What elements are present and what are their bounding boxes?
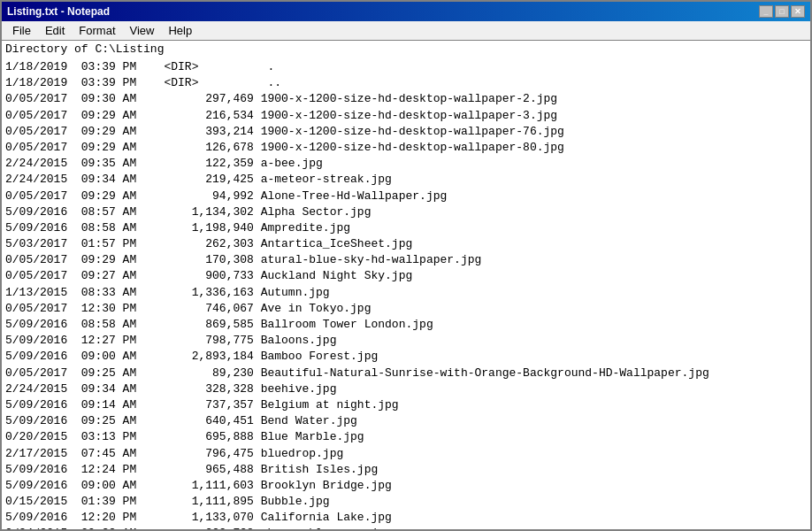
file-row: 1/13/2015 08:33 AM 1,336,163 Autumn.jpg (5, 285, 807, 301)
menu-help[interactable]: Help (161, 22, 199, 39)
file-row: 0/05/2017 12:30 PM 746,067 Ave in Tokyo.… (5, 301, 807, 317)
file-row: 5/09/2016 08:57 AM 1,134,302 Alpha Secto… (5, 204, 807, 220)
file-row: 0/05/2017 09:30 AM 297,469 1900-x-1200-s… (5, 91, 807, 107)
window-title: Listing.txt - Notepad (7, 5, 110, 18)
file-row: 2/17/2015 07:45 AM 796,475 bluedrop.jpg (5, 446, 807, 462)
minimize-button[interactable]: _ (759, 5, 773, 18)
file-row: 5/03/2017 01:57 PM 262,303 Antartica_Ice… (5, 236, 807, 252)
file-row: 1/18/2019 03:39 PM <DIR> . (5, 59, 807, 75)
file-row: 0/05/2017 09:27 AM 900,733 Auckland Nigh… (5, 268, 807, 284)
file-row: 0/15/2015 01:39 PM 1,111,895 Bubble.jpg (5, 494, 807, 510)
file-row: 0/05/2017 09:25 AM 89,230 Beautiful-Natu… (5, 366, 807, 381)
close-button[interactable]: ✕ (791, 5, 805, 18)
menu-edit[interactable]: Edit (38, 22, 72, 39)
menu-bar: File Edit Format View Help (2, 21, 810, 41)
file-row: 0/20/2015 03:13 PM 695,888 Blue Marble.j… (5, 429, 807, 445)
notepad-window: Listing.txt - Notepad _ □ ✕ File Edit Fo… (0, 0, 812, 531)
menu-view[interactable]: View (123, 22, 162, 39)
file-row: 5/09/2016 12:24 PM 965,488 British Isles… (5, 462, 807, 478)
file-row: 5/09/2016 09:14 AM 737,357 Belgium at ni… (5, 397, 807, 413)
file-row: 0/05/2017 09:29 AM 393,214 1900-x-1200-s… (5, 124, 807, 140)
maximize-button[interactable]: □ (775, 5, 789, 18)
file-row: 2/24/2015 09:34 AM 219,425 a-meteor-stre… (5, 172, 807, 188)
file-row: 5/09/2016 09:25 AM 640,451 Bend Water.jp… (5, 413, 807, 429)
file-row: 2/24/2015 09:33 AM 222,728 cherry-blosso… (5, 526, 807, 529)
title-bar: Listing.txt - Notepad _ □ ✕ (2, 2, 810, 21)
file-row: 5/09/2016 12:27 PM 798,775 Baloons.jpg (5, 333, 807, 349)
directory-header: Directory of C:\Listing (5, 42, 807, 56)
file-list: 1/18/2019 03:39 PM <DIR> . 1/18/2019 03:… (5, 59, 807, 529)
file-row: 2/24/2015 09:35 AM 122,359 a-bee.jpg (5, 156, 807, 172)
file-row: 5/09/2016 12:20 PM 1,133,070 California … (5, 510, 807, 526)
menu-file[interactable]: File (5, 22, 38, 39)
file-row: 1/18/2019 03:39 PM <DIR> .. (5, 75, 807, 91)
file-row: 5/09/2016 08:58 AM 869,585 Ballroom Towe… (5, 317, 807, 333)
file-row: 5/09/2016 09:00 AM 2,893,184 Bamboo Fore… (5, 349, 807, 365)
file-row: 0/05/2017 09:29 AM 170,308 atural-blue-s… (5, 252, 807, 268)
file-row: 0/05/2017 09:29 AM 216,534 1900-x-1200-s… (5, 108, 807, 124)
file-row: 2/24/2015 09:34 AM 328,328 beehive.jpg (5, 381, 807, 397)
menu-format[interactable]: Format (72, 22, 122, 39)
file-row: 0/05/2017 09:29 AM 94,992 Alone-Tree-Hd-… (5, 189, 807, 204)
window-controls: _ □ ✕ (759, 5, 805, 18)
file-row: 0/05/2017 09:29 AM 126,678 1900-x-1200-s… (5, 140, 807, 156)
file-row: 5/09/2016 08:58 AM 1,198,940 Ampredite.j… (5, 220, 807, 236)
file-row: 5/09/2016 09:00 AM 1,111,603 Brooklyn Br… (5, 478, 807, 494)
text-content-area[interactable]: Directory of C:\Listing 1/18/2019 03:39 … (2, 41, 810, 529)
